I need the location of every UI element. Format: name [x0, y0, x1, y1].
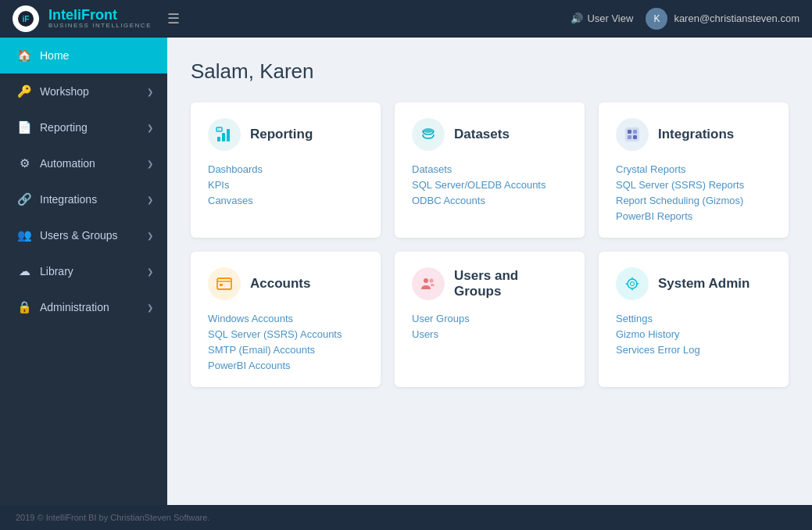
sidebar-item-library[interactable]: ☁ Library ❯ [0, 253, 167, 289]
card-icon-integrations [616, 118, 649, 151]
avatar: K [646, 8, 667, 30]
user-info[interactable]: K karen@christiansteven.com [646, 8, 799, 30]
navbar: iF InteliFront BUSINESS INTELLIGENCE ☰ 🔊… [0, 0, 812, 38]
sidebar-item-administration[interactable]: 🔒 Administration ❯ [0, 289, 167, 325]
card-header: Integrations [616, 118, 771, 151]
card-title-reporting: Reporting [250, 127, 313, 142]
svg-point-18 [430, 279, 434, 283]
svg-rect-11 [633, 130, 637, 134]
sidebar-label-automation: Automation [40, 157, 95, 170]
main-content: Salam, Karen ≡ Reporting DashboardsKPIsC… [167, 38, 812, 505]
svg-point-21 [631, 282, 634, 285]
user-view-button[interactable]: 🔊 User View [571, 13, 633, 24]
card-link[interactable]: Services Error Log [616, 344, 771, 356]
sidebar-item-automation[interactable]: ⚙ Automation ❯ [0, 145, 167, 181]
card-link[interactable]: PowerBI Accounts [208, 360, 363, 371]
card-title-datasets: Datasets [454, 127, 510, 142]
card-datasets: Datasets DatasetsSQL Server/OLEDB Accoun… [395, 102, 585, 238]
user-email: karen@christiansteven.com [674, 13, 799, 24]
svg-rect-13 [633, 135, 637, 139]
svg-rect-4 [227, 129, 230, 141]
svg-point-17 [424, 278, 428, 283]
card-link[interactable]: SQL Server/OLEDB Accounts [412, 179, 567, 191]
card-users-groups: Users and Groups User GroupsUsers [395, 252, 585, 387]
card-link[interactable]: SQL Server (SSRS) Accounts [208, 328, 363, 340]
card-link[interactable]: Canvases [208, 195, 363, 206]
card-link[interactable]: Datasets [412, 163, 567, 175]
sidebar-item-home[interactable]: 🏠 Home [0, 38, 167, 73]
card-accounts: Accounts Windows AccountsSQL Server (SSR… [191, 252, 381, 387]
card-integrations: Integrations Crystal ReportsSQL Server (… [599, 102, 789, 238]
logo-name: InteliFront [48, 8, 152, 22]
navbar-right: 🔊 User View K karen@christiansteven.com [571, 8, 799, 30]
card-link[interactable]: User Groups [412, 313, 567, 324]
chevron-icon: ❯ [147, 231, 153, 240]
sidebar-item-users-groups[interactable]: 👥 Users & Groups ❯ [0, 217, 167, 253]
card-header: Datasets [412, 118, 567, 151]
svg-rect-9 [625, 127, 639, 141]
sidebar-item-inner: 🏠 Home [16, 48, 69, 63]
sidebar-icon-users-groups: 👥 [16, 228, 32, 242]
chevron-icon: ❯ [147, 124, 153, 132]
logo-icon: iF [13, 5, 39, 32]
card-link[interactable]: ODBC Accounts [412, 195, 567, 206]
logo-subtitle: BUSINESS INTELLIGENCE [48, 22, 152, 29]
sidebar-item-inner: 📄 Reporting [16, 120, 88, 134]
card-link[interactable]: PowerBI Reports [616, 210, 771, 222]
card-title-users-groups: Users and Groups [454, 268, 567, 299]
sidebar-item-inner: 🔒 Administration [16, 300, 109, 314]
card-link[interactable]: KPIs [208, 179, 363, 191]
card-link[interactable]: Settings [616, 313, 771, 324]
card-links-datasets: DatasetsSQL Server/OLEDB AccountsODBC Ac… [412, 163, 567, 206]
svg-rect-16 [220, 284, 223, 286]
card-icon-users-groups [412, 267, 445, 300]
card-link[interactable]: Dashboards [208, 163, 363, 175]
card-links-reporting: DashboardsKPIsCanvases [208, 163, 363, 206]
sidebar-icon-reporting: 📄 [16, 120, 32, 134]
chevron-icon: ❯ [147, 195, 153, 204]
main-layout: 🏠 Home 🔑 Workshop ❯ 📄 Reporting ❯ ⚙ Auto… [0, 38, 812, 505]
card-header: Users and Groups [412, 267, 567, 300]
sidebar-item-inner: 👥 Users & Groups [16, 228, 118, 242]
sidebar-item-reporting[interactable]: 📄 Reporting ❯ [0, 109, 167, 145]
svg-text:iF: iF [23, 15, 30, 23]
card-links-system-admin: SettingsGizmo HistoryServices Error Log [616, 313, 771, 356]
sidebar-item-inner: 🔑 Workshop [16, 84, 89, 98]
card-link[interactable]: Report Scheduling (Gizmos) [616, 195, 771, 206]
navbar-left: iF InteliFront BUSINESS INTELLIGENCE ☰ [13, 5, 180, 32]
card-icon-reporting: ≡ [208, 118, 241, 151]
chevron-icon: ❯ [147, 88, 153, 96]
card-link[interactable]: SQL Server (SSRS) Reports [616, 179, 771, 191]
card-link[interactable]: Gizmo History [616, 328, 771, 340]
svg-point-7 [423, 128, 434, 133]
card-title-accounts: Accounts [250, 276, 310, 292]
card-icon-system-admin [616, 267, 649, 300]
svg-rect-2 [217, 137, 220, 141]
card-header: System Admin [616, 267, 771, 300]
card-links-users-groups: User GroupsUsers [412, 313, 567, 340]
card-link[interactable]: Users [412, 328, 567, 340]
card-link[interactable]: Windows Accounts [208, 313, 363, 324]
chevron-icon: ❯ [147, 159, 153, 168]
sidebar-label-integrations: Integrations [40, 193, 97, 206]
sidebar-icon-integrations: 🔗 [16, 192, 32, 206]
card-header: ≡ Reporting [208, 118, 363, 151]
cards-grid: ≡ Reporting DashboardsKPIsCanvases Datas… [191, 102, 789, 387]
card-link[interactable]: Crystal Reports [616, 163, 771, 175]
card-reporting: ≡ Reporting DashboardsKPIsCanvases [191, 102, 381, 238]
sidebar-icon-home: 🏠 [16, 48, 32, 63]
footer-text: 2019 © IntelliFront BI by ChristianSteve… [16, 513, 209, 522]
user-view-label: User View [587, 13, 633, 24]
sidebar-label-home: Home [40, 49, 69, 62]
sidebar-icon-administration: 🔒 [16, 300, 32, 314]
sidebar-item-integrations[interactable]: 🔗 Integrations ❯ [0, 181, 167, 217]
svg-rect-14 [217, 278, 231, 289]
sidebar-item-workshop[interactable]: 🔑 Workshop ❯ [0, 73, 167, 109]
card-system-admin: System Admin SettingsGizmo HistoryServic… [599, 252, 789, 387]
card-links-accounts: Windows AccountsSQL Server (SSRS) Accoun… [208, 313, 363, 371]
card-link[interactable]: SMTP (Email) Accounts [208, 344, 363, 356]
hamburger-menu[interactable]: ☰ [167, 10, 180, 27]
card-header: Accounts [208, 267, 363, 300]
sidebar-icon-workshop: 🔑 [16, 84, 32, 98]
logo-text-group: InteliFront BUSINESS INTELLIGENCE [48, 8, 152, 29]
